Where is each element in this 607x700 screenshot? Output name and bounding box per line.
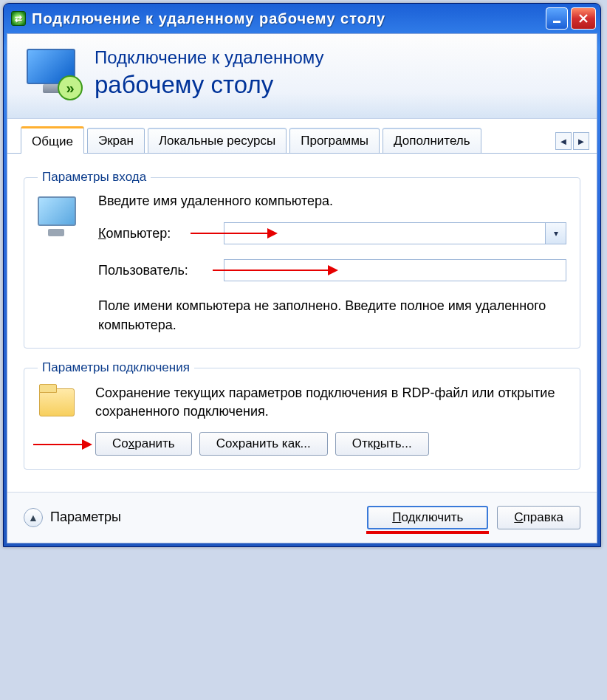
- connection-group: Параметры подключения Сохранение текущих…: [24, 360, 580, 469]
- dialog-footer: ▲ Параметры Подключить Справка: [7, 492, 597, 543]
- svg-rect-0: [553, 21, 560, 23]
- annotation-arrow-icon: [33, 444, 91, 445]
- tab-display[interactable]: Экран: [87, 128, 145, 153]
- minimize-button[interactable]: [546, 7, 568, 30]
- tab-scroll: ◄ ►: [555, 132, 589, 153]
- close-button[interactable]: [571, 7, 596, 30]
- computer-row: Компьютер: ▾: [98, 222, 566, 244]
- save-as-button[interactable]: Сохранить как...: [199, 432, 328, 456]
- annotation-arrow-icon: [191, 233, 276, 234]
- dialog-header: » Подключение к удаленному рабочему стол…: [7, 34, 597, 119]
- tab-scroll-right[interactable]: ►: [573, 132, 589, 150]
- user-row: Пользователь:: [98, 259, 566, 281]
- header-line1: Подключение к удаленному: [95, 47, 324, 68]
- tab-advanced[interactable]: Дополнитель: [383, 128, 481, 153]
- window-controls: [546, 7, 596, 30]
- connect-button[interactable]: Подключить: [367, 506, 488, 529]
- tab-local-resources[interactable]: Локальные ресурсы: [148, 128, 287, 153]
- rdp-window: ⇄ Подключение к удаленному рабочему стол…: [3, 3, 601, 547]
- titlebar[interactable]: ⇄ Подключение к удаленному рабочему стол…: [4, 4, 600, 33]
- chevron-up-icon[interactable]: ▲: [24, 508, 43, 527]
- connection-legend: Параметры подключения: [38, 360, 194, 375]
- annotation-arrow-icon: [213, 270, 337, 271]
- tab-general[interactable]: Общие: [21, 126, 84, 154]
- tab-scroll-left[interactable]: ◄: [555, 132, 572, 150]
- login-legend: Параметры входа: [38, 170, 151, 185]
- login-group: Параметры входа Введите имя удаленного к…: [24, 170, 580, 349]
- annotation-underline: [366, 531, 489, 534]
- computer-hint: Поле имени компьютера не заполнено. Введ…: [98, 296, 566, 334]
- open-button[interactable]: Открыть...: [335, 432, 429, 456]
- chevron-down-icon[interactable]: ▾: [545, 223, 566, 244]
- header-line2: рабочему столу: [95, 71, 324, 99]
- client-area: » Подключение к удаленному рабочему стол…: [7, 33, 597, 543]
- window-title: Подключение к удаленному рабочему столу: [32, 10, 546, 27]
- tab-content: Параметры входа Введите имя удаленного к…: [7, 154, 597, 492]
- tab-strip: Общие Экран Локальные ресурсы Программы …: [7, 119, 597, 154]
- save-button[interactable]: Сохранить: [95, 432, 192, 456]
- connection-text: Сохранение текущих параметров подключени…: [95, 384, 566, 421]
- app-icon: ⇄: [11, 11, 26, 26]
- help-button[interactable]: Справка: [497, 506, 580, 529]
- computer-icon: [38, 196, 83, 238]
- login-instruction: Введите имя удаленного компьютера.: [98, 193, 566, 209]
- user-label: Пользователь:: [98, 263, 224, 278]
- tab-programs[interactable]: Программы: [289, 128, 380, 153]
- header-text: Подключение к удаленному рабочему столу: [95, 47, 324, 99]
- folder-icon: [38, 384, 80, 419]
- rdp-icon: »: [22, 47, 81, 99]
- options-toggle[interactable]: ▲ Параметры: [24, 508, 121, 527]
